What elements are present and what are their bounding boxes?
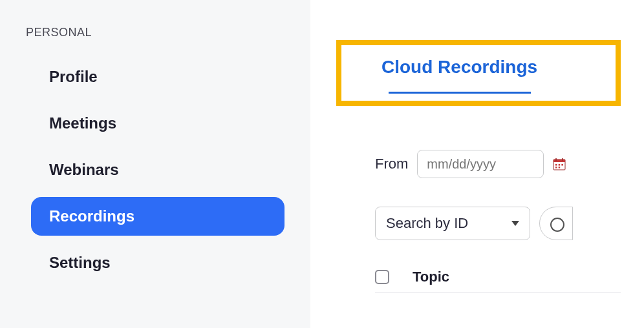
- tab-cloud-recordings[interactable]: Cloud Recordings: [381, 57, 537, 94]
- search-by-dropdown[interactable]: Search by ID: [375, 207, 530, 240]
- sidebar: PERSONAL Profile Meetings Webinars Recor…: [0, 0, 310, 328]
- calendar-icon[interactable]: [553, 158, 566, 170]
- svg-rect-7: [555, 167, 557, 169]
- column-topic-header: Topic: [413, 269, 449, 285]
- sidebar-item-meetings[interactable]: Meetings: [31, 104, 284, 143]
- dropdown-selected-label: Search by ID: [386, 215, 468, 232]
- svg-rect-6: [562, 164, 564, 166]
- date-filter-row: From: [375, 150, 566, 178]
- svg-rect-5: [559, 164, 561, 166]
- sidebar-item-label: Webinars: [49, 161, 119, 179]
- sidebar-item-label: Settings: [49, 254, 111, 272]
- sidebar-nav-list: Profile Meetings Webinars Recordings Set…: [26, 57, 284, 282]
- from-label: From: [375, 156, 408, 172]
- chevron-down-icon: [511, 221, 519, 226]
- tab-title: Cloud Recordings: [381, 57, 537, 77]
- sidebar-item-label: Recordings: [49, 207, 134, 225]
- sidebar-item-webinars[interactable]: Webinars: [31, 150, 284, 189]
- sidebar-item-settings[interactable]: Settings: [31, 243, 284, 282]
- svg-rect-4: [555, 164, 557, 166]
- sidebar-item-label: Meetings: [49, 114, 116, 132]
- from-date-input[interactable]: [417, 150, 544, 178]
- tab-underline: [389, 92, 531, 94]
- sidebar-item-recordings[interactable]: Recordings: [31, 197, 284, 236]
- svg-rect-1: [553, 159, 565, 162]
- select-all-checkbox[interactable]: [375, 270, 389, 284]
- search-by-row: Search by ID: [375, 207, 573, 240]
- search-input-partial[interactable]: [539, 207, 573, 240]
- sidebar-item-label: Profile: [49, 68, 98, 86]
- sidebar-section-label: PERSONAL: [26, 26, 284, 39]
- main-content: Cloud Recordings From: [310, 0, 644, 328]
- sidebar-item-profile[interactable]: Profile: [31, 57, 284, 96]
- recording-list-header: Topic: [375, 269, 621, 292]
- svg-rect-8: [559, 167, 561, 169]
